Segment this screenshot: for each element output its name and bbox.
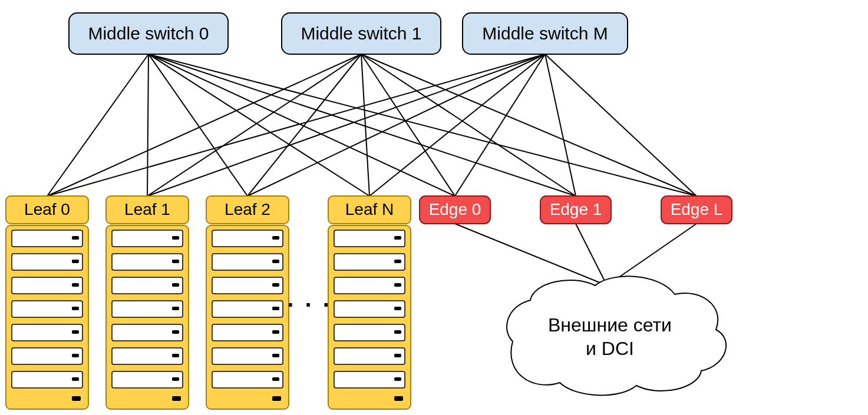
svg-rect-72 [272, 330, 279, 334]
svg-rect-30 [72, 236, 79, 240]
svg-rect-53 [172, 307, 179, 310]
svg-rect-38 [72, 330, 79, 334]
svg-rect-59 [172, 377, 179, 381]
svg-line-9 [247, 54, 361, 196]
svg-rect-32 [72, 260, 79, 263]
leaf-0-label: Leaf 0 [24, 200, 70, 218]
svg-line-22 [576, 224, 607, 285]
svg-line-8 [147, 54, 361, 196]
svg-rect-85 [394, 283, 401, 287]
svg-line-20 [545, 54, 697, 196]
server-slots [12, 230, 82, 401]
edge-1-label: Edge 1 [550, 200, 602, 218]
svg-rect-36 [72, 307, 79, 310]
svg-rect-49 [172, 260, 179, 263]
leaf-2-label: Leaf 2 [225, 200, 270, 218]
leaf-0-rack: Leaf 0 [6, 196, 88, 409]
svg-line-21 [455, 224, 607, 285]
svg-rect-60 [172, 396, 181, 401]
edge-0: Edge 0 [420, 196, 490, 224]
svg-rect-42 [72, 377, 79, 381]
leaf-1-rack: Leaf 1 [106, 196, 189, 409]
svg-rect-74 [272, 354, 279, 357]
svg-line-0 [47, 54, 148, 196]
leaf-n-rack: Leaf N [328, 196, 411, 409]
svg-rect-93 [394, 377, 401, 381]
svg-line-13 [361, 54, 697, 196]
edge-l-label: Edge L [671, 200, 723, 218]
svg-rect-43 [72, 396, 81, 401]
svg-rect-34 [72, 283, 79, 287]
svg-rect-51 [172, 283, 179, 287]
server-slots [212, 230, 283, 401]
middle-switch-1: Middle switch 1 [282, 13, 441, 54]
leaf-ellipsis: . . . [287, 285, 332, 311]
svg-line-14 [47, 54, 545, 196]
svg-rect-76 [272, 377, 279, 381]
svg-rect-64 [272, 236, 279, 240]
svg-line-7 [47, 54, 361, 196]
svg-rect-87 [394, 307, 401, 310]
middle-switch-m-label: Middle switch M [482, 24, 608, 43]
svg-line-3 [148, 54, 369, 196]
svg-line-4 [148, 54, 455, 196]
middle-switch-0-label: Middle switch 0 [88, 24, 209, 43]
svg-rect-94 [394, 396, 403, 401]
svg-rect-40 [72, 354, 79, 357]
middle-switch-0: Middle switch 0 [69, 13, 228, 54]
server-slots [112, 230, 183, 401]
svg-line-1 [147, 54, 148, 196]
svg-rect-55 [172, 330, 179, 334]
svg-rect-57 [172, 354, 179, 357]
leaf-2-rack: Leaf 2 [206, 196, 289, 409]
svg-rect-66 [272, 260, 279, 263]
leaf-1-label: Leaf 1 [124, 200, 170, 218]
svg-rect-83 [394, 260, 401, 263]
edge-1: Edge 1 [540, 196, 611, 224]
edge-l: Edge L [661, 196, 732, 224]
svg-rect-77 [272, 396, 281, 401]
svg-rect-89 [394, 330, 401, 334]
leaf-n-label: Leaf N [345, 200, 394, 218]
svg-line-19 [545, 54, 576, 196]
svg-rect-70 [272, 307, 279, 310]
svg-rect-47 [172, 236, 179, 240]
svg-line-15 [147, 54, 545, 196]
svg-rect-68 [272, 283, 279, 287]
external-network-cloud: Внешние сети и DCI [507, 276, 726, 395]
svg-rect-81 [394, 236, 401, 240]
svg-rect-91 [394, 354, 401, 357]
cloud-label-line1: Внешние сети [548, 314, 672, 336]
middle-switch-m: Middle switch M [463, 13, 628, 54]
network-topology-diagram: Middle switch 0 Middle switch 1 Middle s… [0, 0, 868, 415]
server-slots [334, 230, 405, 401]
cloud-label-line2: и DCI [586, 338, 634, 359]
edge-0-label: Edge 0 [429, 200, 481, 218]
svg-line-6 [148, 54, 697, 196]
middle-switch-1-label: Middle switch 1 [301, 24, 421, 43]
